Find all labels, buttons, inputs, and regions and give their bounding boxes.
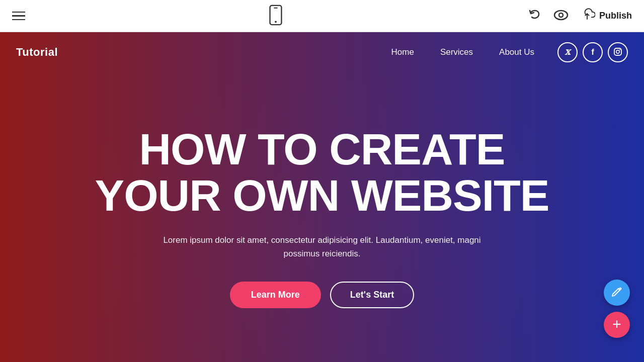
hero-title: HOW TO CREATE YOUR OWN WEBSITE — [95, 126, 549, 219]
svg-point-4 — [559, 13, 563, 17]
svg-point-3 — [554, 11, 568, 20]
svg-point-7 — [619, 49, 620, 50]
nav-services[interactable]: Services — [429, 43, 484, 61]
toolbar-center — [269, 5, 283, 28]
nav-home[interactable]: Home — [380, 43, 425, 61]
hero-subtitle: Lorem ipsum dolor sit amet, consectetur … — [151, 233, 493, 260]
publish-button[interactable]: Publish — [579, 8, 632, 24]
hero-buttons: Learn More Let's Start — [230, 282, 414, 308]
phone-icon[interactable] — [269, 5, 283, 28]
pencil-icon — [611, 286, 622, 300]
hamburger-icon[interactable] — [12, 12, 25, 21]
undo-icon[interactable] — [527, 7, 543, 25]
toolbar-left — [12, 12, 25, 21]
plus-icon: + — [612, 317, 621, 332]
social-facebook-icon[interactable]: f — [583, 42, 603, 62]
fab-edit-button[interactable] — [604, 280, 630, 306]
site-logo: Tutorial — [16, 46, 58, 59]
eye-icon[interactable] — [553, 8, 569, 24]
social-twitter-icon[interactable]: 𝕏 — [557, 42, 578, 62]
learn-more-button[interactable]: Learn More — [230, 282, 321, 308]
publish-cloud-icon — [579, 8, 595, 24]
nav-about[interactable]: About Us — [488, 43, 545, 61]
toolbar-right: Publish — [527, 7, 632, 25]
lets-start-button[interactable]: Let's Start — [330, 282, 414, 308]
site-nav-right: Home Services About Us 𝕏 f — [380, 42, 628, 62]
site-nav: Tutorial Home Services About Us 𝕏 f — [0, 32, 644, 72]
hero-content: HOW TO CREATE YOUR OWN WEBSITE Lorem ips… — [0, 72, 644, 362]
fab-add-button[interactable]: + — [604, 312, 630, 338]
website-preview: Tutorial Home Services About Us 𝕏 f — [0, 32, 644, 362]
svg-point-6 — [616, 50, 619, 53]
social-instagram-icon[interactable] — [608, 42, 628, 62]
svg-rect-2 — [274, 7, 278, 8]
publish-label: Publish — [599, 11, 632, 21]
social-icons: 𝕏 f — [557, 42, 628, 62]
toolbar: Publish — [0, 0, 644, 32]
svg-point-1 — [275, 21, 277, 23]
